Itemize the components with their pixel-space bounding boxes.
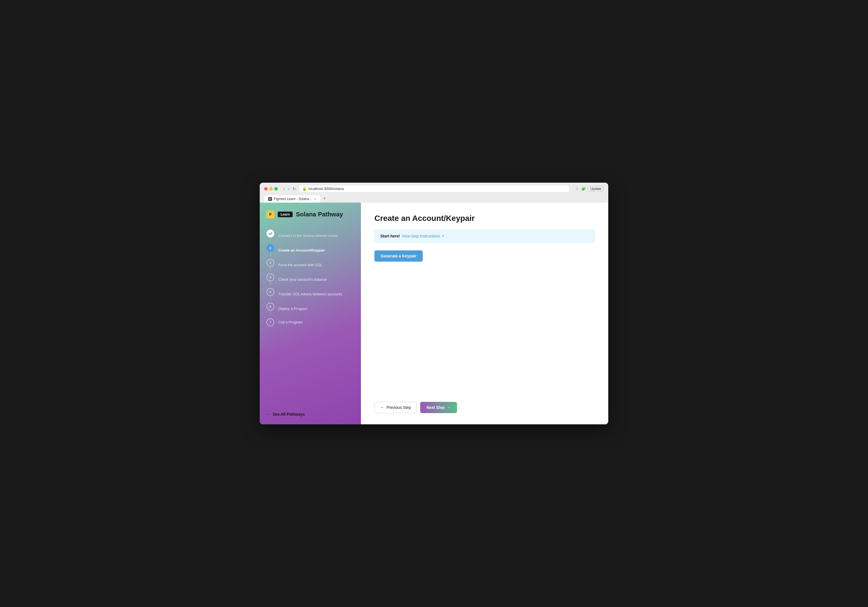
sidebar-header: F Learn Solana Pathway bbox=[267, 211, 354, 218]
tabs-bar: F Figment Learn - Solana Pathw... ✕ + bbox=[264, 194, 604, 203]
page-title: Create an Account/Keypair bbox=[374, 214, 595, 223]
update-button[interactable]: Update bbox=[588, 186, 604, 192]
step-row-5: 5 Transfer SOL tokens between accounts bbox=[267, 287, 354, 302]
see-all-pathways-button[interactable]: ← See All Pathways bbox=[267, 406, 354, 417]
step-indicator-2: 2 bbox=[267, 244, 274, 257]
tab-title: Figment Learn - Solana Pathw... bbox=[274, 197, 313, 201]
browser-window: ‹ › ↻ 🔒 localhost:3000/solana ☆ 🧩 Update… bbox=[260, 183, 608, 424]
new-tab-button[interactable]: + bbox=[321, 194, 329, 203]
step-row-2: 2 Create an Account/Keypair bbox=[267, 243, 354, 258]
star-icon[interactable]: ☆ bbox=[574, 186, 579, 191]
step-circle-4: 4 bbox=[267, 273, 274, 281]
step-label-3: Fund the account with SOL bbox=[278, 260, 322, 270]
bottom-nav: ← Previous Step Next Step → bbox=[374, 396, 595, 413]
step-label-1: Connect to the Solana devnet cluster bbox=[278, 231, 338, 241]
list-item: 2 Create an Account/Keypair bbox=[267, 243, 354, 258]
step-indicator-5: 5 bbox=[267, 288, 274, 300]
view-instructions-text: View step Instructions bbox=[401, 234, 440, 238]
step-label-5: Transfer SOL tokens between accounts bbox=[278, 289, 342, 300]
browser-controls: ‹ › ↻ 🔒 localhost:3000/solana ☆ 🧩 Update bbox=[264, 186, 604, 192]
step-circle-5: 5 bbox=[267, 288, 274, 296]
maximize-traffic-light[interactable] bbox=[274, 187, 278, 190]
step-circle-7: 7 bbox=[267, 318, 274, 326]
step-label-7: Call a Program bbox=[278, 317, 303, 328]
step-label-6: Deploy a Program bbox=[278, 304, 308, 314]
list-item: 3 Fund the account with SOL bbox=[267, 258, 354, 272]
forward-button[interactable]: › bbox=[287, 186, 291, 192]
external-link-icon: ↗ bbox=[441, 234, 445, 238]
list-item: 4 Check your account's balance bbox=[267, 272, 354, 287]
step-indicator-7: 7 bbox=[267, 318, 274, 326]
refresh-button[interactable]: ↻ bbox=[291, 186, 297, 192]
traffic-lights bbox=[264, 187, 278, 190]
main-content: Create an Account/Keypair Start here! Vi… bbox=[361, 203, 608, 424]
next-arrow-icon: → bbox=[447, 405, 451, 410]
tab-close-icon[interactable]: ✕ bbox=[314, 198, 316, 201]
learn-badge: Learn bbox=[278, 212, 293, 217]
next-step-label: Next Step bbox=[426, 405, 445, 410]
back-button[interactable]: ‹ bbox=[282, 186, 286, 192]
step-indicator-1 bbox=[267, 229, 274, 242]
step-indicator-4: 4 bbox=[267, 273, 274, 286]
step-indicator-6: 6 bbox=[267, 303, 274, 315]
step-row-7: 7 Call a Program bbox=[267, 316, 354, 329]
see-all-pathways-label: See All Pathways bbox=[273, 412, 305, 417]
connector-1 bbox=[270, 237, 271, 242]
connector-3 bbox=[270, 267, 271, 271]
step-row-1: Connect to the Solana devnet cluster bbox=[267, 228, 354, 243]
step-circle-1 bbox=[267, 229, 274, 237]
step-row-3: 3 Fund the account with SOL bbox=[267, 258, 354, 272]
browser-chrome: ‹ › ↻ 🔒 localhost:3000/solana ☆ 🧩 Update… bbox=[260, 183, 608, 203]
connector-5 bbox=[270, 296, 271, 300]
connector-2 bbox=[270, 252, 271, 257]
url-text: localhost:3000/solana bbox=[308, 187, 344, 191]
start-here-label: Start here! bbox=[380, 234, 400, 238]
back-arrow-icon: ← bbox=[267, 412, 270, 417]
extensions-icon[interactable]: 🧩 bbox=[581, 186, 586, 191]
previous-step-button[interactable]: ← Previous Step bbox=[374, 402, 417, 413]
close-traffic-light[interactable] bbox=[264, 187, 268, 190]
step-circle-2: 2 bbox=[267, 244, 274, 252]
lock-icon: 🔒 bbox=[302, 187, 307, 191]
browser-toolbar-right: ☆ 🧩 Update bbox=[574, 186, 604, 192]
list-item: 7 Call a Program bbox=[267, 316, 354, 329]
list-item: 6 Deploy a Program bbox=[267, 302, 354, 316]
instruction-banner: Start here! View step Instructions ↗ bbox=[374, 229, 595, 243]
connector-4 bbox=[270, 281, 271, 286]
step-circle-3: 3 bbox=[267, 259, 274, 267]
list-item: 5 Transfer SOL tokens between accounts bbox=[267, 287, 354, 302]
step-row-4: 4 Check your account's balance bbox=[267, 272, 354, 287]
next-step-button[interactable]: Next Step → bbox=[420, 402, 457, 413]
app-content: F Learn Solana Pathway bbox=[260, 203, 608, 424]
prev-step-label: Previous Step bbox=[386, 405, 411, 410]
view-instructions-link[interactable]: View step Instructions ↗ bbox=[401, 234, 445, 238]
nav-buttons: ‹ › ↻ bbox=[282, 186, 297, 192]
step-indicator-3: 3 bbox=[267, 259, 274, 271]
content-spacer bbox=[374, 262, 595, 396]
address-bar[interactable]: 🔒 localhost:3000/solana bbox=[299, 186, 569, 192]
step-label-4: Check your account's balance bbox=[278, 274, 327, 285]
sidebar: F Learn Solana Pathway bbox=[260, 203, 361, 424]
steps-list: Connect to the Solana devnet cluster 2 C… bbox=[267, 228, 354, 406]
tab-favicon: F bbox=[268, 197, 272, 201]
prev-arrow-icon: ← bbox=[380, 405, 384, 410]
minimize-traffic-light[interactable] bbox=[269, 187, 273, 190]
figment-logo: F bbox=[267, 211, 274, 218]
pathway-title: Solana Pathway bbox=[296, 211, 343, 218]
step-row-6: 6 Deploy a Program bbox=[267, 302, 354, 316]
connector-6 bbox=[270, 311, 271, 315]
step-label-2: Create an Account/Keypair bbox=[278, 245, 325, 256]
generate-keypair-button[interactable]: Generate a Keypair bbox=[374, 250, 423, 262]
list-item: Connect to the Solana devnet cluster bbox=[267, 228, 354, 243]
active-tab[interactable]: F Figment Learn - Solana Pathw... ✕ bbox=[264, 195, 321, 203]
step-circle-6: 6 bbox=[267, 303, 274, 311]
